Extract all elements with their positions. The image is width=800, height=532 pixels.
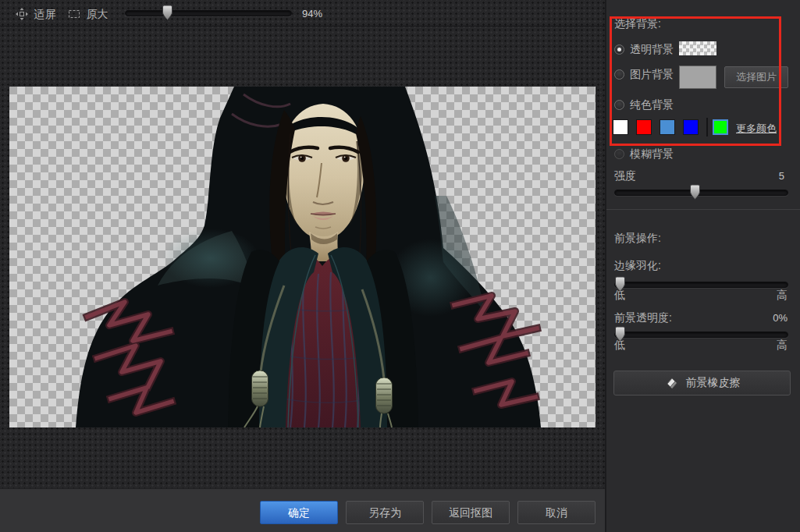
fit-screen-button[interactable]: 适屏 xyxy=(16,7,55,23)
confirm-button[interactable]: 确定 xyxy=(260,501,338,524)
foreground-section-title: 前景操作: xyxy=(614,232,661,246)
foreground-opacity-slider[interactable] xyxy=(614,326,788,342)
opacity-low-label: 低 xyxy=(614,339,625,353)
original-size-button[interactable]: 原大 xyxy=(68,7,108,23)
original-size-icon xyxy=(68,9,80,23)
edge-feather-slider[interactable] xyxy=(614,276,788,293)
transparent-background-label[interactable]: 透明背景 xyxy=(630,43,674,57)
foreground-eraser-label: 前景橡皮擦 xyxy=(686,376,741,390)
background-section-title: 选择背景: xyxy=(614,17,661,31)
background-editor-window: 适屏 原大 xyxy=(0,0,800,532)
original-size-label: 原大 xyxy=(86,8,108,20)
solid-color-background-label[interactable]: 纯色背景 xyxy=(630,98,674,112)
color-swatch-blue[interactable] xyxy=(683,119,699,135)
cancel-button[interactable]: 取消 xyxy=(517,501,596,524)
canvas-toolbar: 适屏 原大 xyxy=(0,0,605,27)
intensity-slider-handle[interactable] xyxy=(689,184,701,200)
action-bar: 确定 另存为 返回抠图 取消 xyxy=(0,488,605,532)
transparent-preview-swatch[interactable] xyxy=(679,41,716,55)
settings-panel: 选择背景: 透明背景 图片背景 选择图片 纯色背景 更多颜色 模糊背景 强度 5 xyxy=(605,0,800,532)
foreground-opacity-label: 前景透明度: xyxy=(614,311,672,325)
radio-solid-color-background[interactable] xyxy=(614,100,624,110)
foreground-eraser-button[interactable]: 前景橡皮擦 xyxy=(613,371,791,395)
canvas[interactable] xyxy=(9,87,596,427)
intensity-slider[interactable] xyxy=(614,184,788,200)
color-swatch-green[interactable] xyxy=(713,119,728,135)
color-swatch-lightblue[interactable] xyxy=(660,119,675,135)
save-as-button[interactable]: 另存为 xyxy=(346,501,424,524)
image-background-label[interactable]: 图片背景 xyxy=(630,68,674,82)
opacity-high-label: 高 xyxy=(777,339,788,353)
panel-divider xyxy=(606,209,800,210)
radio-transparent-background[interactable] xyxy=(614,44,624,55)
radio-image-background[interactable] xyxy=(614,69,624,80)
zoom-slider-handle[interactable] xyxy=(162,5,173,21)
blur-background-label[interactable]: 模糊背景 xyxy=(630,147,674,161)
swatch-divider xyxy=(706,118,708,137)
radio-blur-background[interactable] xyxy=(614,149,624,159)
intensity-slider-track[interactable] xyxy=(614,190,788,196)
zoom-slider[interactable] xyxy=(125,5,292,21)
cutout-portrait xyxy=(9,87,596,427)
workspace: 适屏 原大 xyxy=(0,0,605,532)
eraser-icon xyxy=(664,376,680,392)
feather-low-label: 低 xyxy=(614,289,625,303)
feather-high-label: 高 xyxy=(777,289,788,303)
more-colors-link[interactable]: 更多颜色 xyxy=(736,122,777,136)
zoom-percentage: 94% xyxy=(302,8,322,20)
foreground-opacity-slider-track[interactable] xyxy=(614,332,788,338)
intensity-label: 强度 xyxy=(614,169,636,183)
color-swatch-red[interactable] xyxy=(636,119,652,135)
edge-feather-slider-track[interactable] xyxy=(614,282,788,288)
edge-feather-label: 边缘羽化: xyxy=(614,259,661,273)
image-preview-swatch[interactable] xyxy=(679,66,716,89)
fit-screen-icon xyxy=(16,8,28,23)
fit-screen-label: 适屏 xyxy=(34,8,55,20)
back-to-cutout-button[interactable]: 返回抠图 xyxy=(432,501,510,524)
foreground-opacity-value: 0% xyxy=(773,312,788,324)
color-swatch-white[interactable] xyxy=(613,119,628,135)
choose-image-button[interactable]: 选择图片 xyxy=(724,66,788,88)
intensity-value: 5 xyxy=(779,170,784,182)
zoom-slider-track[interactable] xyxy=(125,10,292,16)
